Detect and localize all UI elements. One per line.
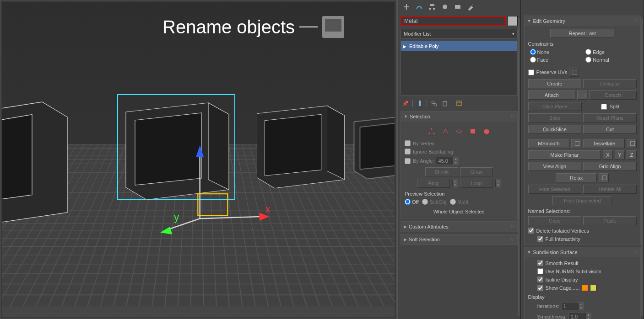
constraints-label: Constraints bbox=[528, 41, 637, 47]
constraint-normal-radio[interactable]: Normal bbox=[585, 57, 637, 63]
make-unique-icon[interactable] bbox=[430, 99, 438, 107]
grow-button[interactable]: Grow bbox=[460, 167, 493, 176]
cut-button[interactable]: Cut bbox=[583, 125, 637, 134]
constraint-none-radio[interactable]: None bbox=[530, 49, 581, 55]
cage-color-2[interactable] bbox=[590, 285, 596, 291]
shrink-button[interactable]: Shrink bbox=[425, 167, 458, 176]
rollout-edit-geometry-header[interactable]: ▼Edit Geometry⠿ bbox=[525, 16, 641, 26]
iterations-spinner[interactable]: 1▲▼ bbox=[561, 302, 584, 310]
preview-multi-radio[interactable]: Multi bbox=[450, 199, 468, 205]
command-panel-tabs bbox=[398, 0, 520, 14]
isoline-display-checkbox[interactable]: Isoline Display bbox=[528, 276, 637, 282]
copy-button[interactable]: Copy bbox=[528, 216, 582, 225]
loop-spinner[interactable]: ▲▼ bbox=[495, 179, 501, 187]
constraint-edge-radio[interactable]: Edge bbox=[585, 49, 637, 55]
show-cage-checkbox[interactable]: Show Cage...... bbox=[537, 285, 580, 291]
viewport[interactable]: x y Rename objects bbox=[0, 0, 397, 319]
relax-settings[interactable] bbox=[599, 173, 609, 182]
tab-motion[interactable] bbox=[439, 2, 451, 12]
rollout-custom-attributes-header[interactable]: ▶Custom Attributes⠿ bbox=[401, 222, 517, 232]
attach-settings[interactable] bbox=[577, 90, 587, 100]
quickslice-button[interactable]: QuickSlice bbox=[528, 125, 582, 134]
msmooth-button[interactable]: MSmooth bbox=[528, 139, 570, 148]
tab-hierarchy[interactable] bbox=[426, 2, 438, 12]
slice-plane-button[interactable]: Slice Plane bbox=[528, 102, 582, 111]
pin-stack-icon[interactable]: 📌 bbox=[401, 99, 410, 107]
slice-button[interactable]: Slice bbox=[528, 113, 582, 122]
subobj-edge-icon[interactable] bbox=[440, 126, 450, 136]
ignore-backfacing-checkbox[interactable]: Ignore Backfacing bbox=[405, 149, 514, 154]
paste-button[interactable]: Paste bbox=[583, 216, 637, 225]
subobj-vertex-icon[interactable] bbox=[427, 126, 437, 136]
msmooth-settings[interactable] bbox=[571, 139, 581, 148]
modifier-list-label: Modifier List bbox=[404, 31, 431, 37]
smooth-result-checkbox[interactable]: Smooth Result bbox=[528, 260, 637, 266]
tessellate-button[interactable]: Tessellate bbox=[583, 139, 625, 148]
create-button[interactable]: Create bbox=[528, 79, 582, 88]
rollout-subdivision-header[interactable]: ▼Subdivision Surface⠿ bbox=[525, 247, 641, 257]
scene-cube[interactable] bbox=[249, 98, 351, 199]
rollout-soft-selection-header[interactable]: ▶Soft Selection⠿ bbox=[401, 234, 517, 245]
svg-text:y: y bbox=[174, 212, 179, 223]
by-angle-checkbox[interactable]: By Angle: bbox=[405, 158, 434, 164]
use-nurms-checkbox[interactable]: Use NURMS Subdivision bbox=[528, 268, 637, 274]
detach-button[interactable]: Detach bbox=[589, 90, 637, 100]
loop-button[interactable]: Loop bbox=[460, 179, 493, 188]
tab-create[interactable] bbox=[400, 2, 412, 12]
planar-y-button[interactable]: Y bbox=[615, 150, 625, 160]
constraint-face-radio[interactable]: Face bbox=[530, 57, 581, 63]
modifier-list-dropdown[interactable]: Modifier List bbox=[400, 29, 518, 39]
configure-sets-icon[interactable] bbox=[455, 99, 463, 107]
ring-button[interactable]: Ring bbox=[417, 179, 450, 188]
subobj-element-icon[interactable] bbox=[482, 126, 492, 136]
svg-rect-14 bbox=[433, 8, 435, 10]
preserve-uvs-checkbox[interactable]: Preserve UVs bbox=[528, 69, 568, 75]
split-checkbox[interactable]: Split bbox=[584, 104, 637, 110]
by-vertex-checkbox[interactable]: By Vertex bbox=[405, 140, 514, 146]
show-end-result-icon[interactable] bbox=[416, 99, 424, 107]
hide-unselected-button[interactable]: Hide Unselected bbox=[552, 196, 612, 205]
delete-isolated-checkbox[interactable]: Delete Isolated Vertices bbox=[528, 228, 637, 234]
preserve-uvs-settings[interactable] bbox=[569, 68, 579, 77]
object-name-input[interactable] bbox=[400, 16, 506, 26]
svg-rect-27 bbox=[471, 129, 475, 133]
grid-align-button[interactable]: Grid Align bbox=[583, 162, 637, 171]
scene-cube[interactable] bbox=[348, 110, 395, 187]
preview-subobj-radio[interactable]: SubObj bbox=[422, 199, 446, 205]
planar-x-button[interactable]: X bbox=[603, 150, 613, 160]
view-align-button[interactable]: View Align bbox=[528, 162, 582, 171]
planar-z-button[interactable]: Z bbox=[627, 150, 637, 160]
subobj-border-icon[interactable] bbox=[454, 126, 464, 136]
scene-cube-selected[interactable]: x y bbox=[117, 94, 236, 213]
panel-scrollbar[interactable] bbox=[641, 18, 643, 316]
relax-button[interactable]: Relax bbox=[556, 173, 597, 182]
repeat-last-button[interactable]: Repeat Last bbox=[550, 29, 614, 38]
stack-item-editable-poly[interactable]: ▶ Editable Poly bbox=[401, 41, 517, 51]
hide-selected-button[interactable]: Hide Selected bbox=[528, 185, 582, 194]
tab-display[interactable] bbox=[452, 2, 464, 12]
tessellate-settings[interactable] bbox=[627, 139, 637, 148]
preview-off-radio[interactable]: Off bbox=[405, 199, 418, 205]
object-color-swatch[interactable] bbox=[508, 16, 518, 26]
svg-rect-9 bbox=[198, 194, 227, 216]
full-interactivity-checkbox[interactable]: Full Interactivity bbox=[528, 236, 637, 242]
svg-rect-12 bbox=[430, 4, 434, 6]
by-angle-spinner[interactable]: 45.0▲▼ bbox=[436, 157, 459, 165]
reset-plane-button[interactable]: Reset Plane bbox=[583, 113, 637, 122]
attach-button[interactable]: Attach bbox=[528, 90, 576, 100]
tab-modify[interactable] bbox=[413, 2, 425, 12]
scene-cube[interactable] bbox=[2, 97, 72, 228]
unhide-all-button[interactable]: Unhide All bbox=[583, 185, 637, 194]
remove-modifier-icon[interactable] bbox=[441, 99, 449, 107]
rollout-selection-header[interactable]: ▼ Selection ⠿ bbox=[401, 112, 517, 122]
modifier-stack[interactable]: ▶ Editable Poly bbox=[400, 41, 518, 96]
tab-utilities[interactable] bbox=[465, 2, 476, 12]
cage-color-1[interactable] bbox=[582, 285, 588, 291]
display-group-label: Display bbox=[528, 294, 637, 300]
ring-spinner[interactable]: ▲▼ bbox=[452, 179, 458, 187]
panel-scrollbar[interactable] bbox=[518, 18, 520, 316]
smoothness-spinner[interactable]: 1.0▲▼ bbox=[568, 313, 591, 319]
collapse-button[interactable]: Collapse bbox=[583, 79, 637, 88]
make-planar-button[interactable]: Make Planar bbox=[528, 150, 601, 160]
subobj-polygon-icon[interactable] bbox=[468, 126, 478, 136]
